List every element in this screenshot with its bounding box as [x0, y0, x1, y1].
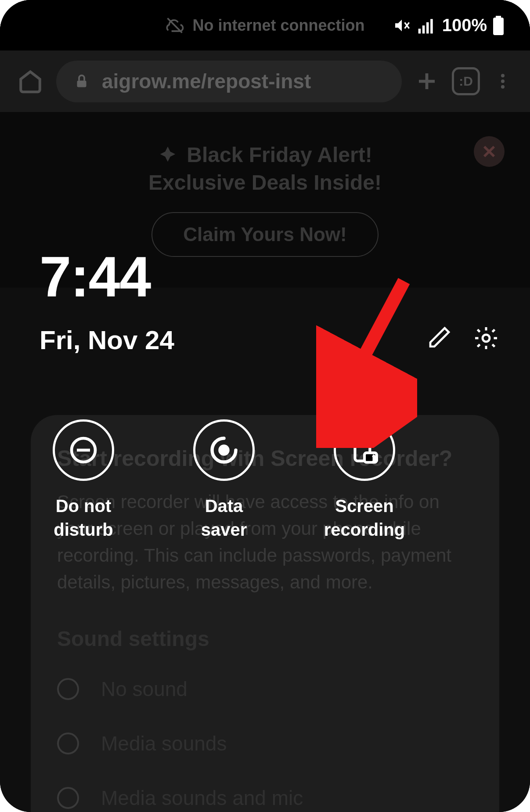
qs-tiles-row: Do not disturb Data saver — [40, 419, 408, 541]
lock-icon — [74, 73, 90, 89]
tab-count: :D — [459, 74, 473, 89]
svg-point-12 — [220, 446, 228, 454]
edit-icon[interactable] — [427, 325, 452, 350]
new-tab-icon[interactable] — [415, 69, 439, 93]
volume-mute-icon — [393, 17, 411, 34]
device-frame: No internet connection 100% — [0, 0, 530, 812]
tile-label: Do not disturb — [40, 494, 127, 541]
svg-point-8 — [501, 79, 505, 83]
gear-icon[interactable] — [473, 325, 499, 351]
radio-media-sounds[interactable]: Media sounds — [57, 732, 473, 755]
radio-icon — [57, 787, 79, 809]
radio-label: Media sounds — [101, 732, 227, 755]
radio-icon — [57, 733, 79, 754]
no-internet-indicator: No internet connection — [165, 16, 364, 35]
qs-date: Fri, Nov 24 — [40, 325, 174, 355]
screen-recording-icon — [348, 434, 381, 466]
status-right: 100% — [393, 0, 504, 51]
svg-rect-4 — [493, 18, 504, 35]
banner-close-button[interactable] — [474, 136, 505, 167]
svg-rect-0 — [418, 29, 421, 33]
banner-cta-button[interactable]: Claim Yours Now! — [151, 212, 378, 257]
browser-toolbar: aigrow.me/repost-inst :D — [0, 51, 530, 112]
tile-label: Screen recording — [321, 494, 408, 541]
qs-clock: 7:44 — [40, 244, 150, 310]
qs-action-row — [427, 325, 499, 351]
url-bar[interactable]: aigrow.me/repost-inst — [56, 61, 402, 102]
close-icon — [481, 143, 498, 160]
svg-point-7 — [501, 74, 505, 77]
svg-rect-5 — [496, 16, 501, 18]
svg-point-9 — [501, 85, 505, 89]
radio-icon — [57, 678, 79, 700]
tile-screen-recording[interactable]: Screen recording — [321, 419, 408, 541]
no-internet-text: No internet connection — [192, 16, 364, 35]
svg-rect-1 — [422, 25, 425, 33]
banner-line2: Exclusive Deals Inside! — [148, 170, 382, 195]
background-dimmed: No internet connection 100% — [0, 0, 530, 812]
svg-rect-2 — [426, 22, 429, 33]
signal-icon — [417, 16, 436, 35]
home-icon[interactable] — [18, 69, 43, 94]
svg-rect-6 — [77, 81, 87, 87]
tile-do-not-disturb[interactable]: Do not disturb — [40, 419, 127, 541]
tile-data-saver[interactable]: Data saver — [180, 419, 268, 541]
sound-settings-heading: Sound settings — [57, 627, 473, 651]
svg-point-10 — [483, 335, 490, 342]
battery-icon — [493, 16, 504, 35]
url-text: aigrow.me/repost-inst — [102, 69, 311, 93]
status-bar: No internet connection 100% — [0, 0, 530, 51]
cloud-off-icon — [165, 16, 184, 35]
radio-no-sound[interactable]: No sound — [57, 677, 473, 701]
svg-rect-3 — [430, 19, 433, 33]
tile-label: Data saver — [180, 494, 268, 541]
dnd-icon — [68, 434, 99, 466]
radio-label: No sound — [101, 677, 187, 701]
data-saver-icon — [208, 434, 240, 466]
battery-percent: 100% — [442, 15, 487, 35]
radio-media-and-mic[interactable]: Media sounds and mic — [57, 786, 473, 810]
radio-label: Media sounds and mic — [101, 786, 303, 810]
more-icon[interactable] — [493, 72, 512, 91]
banner-line1: Black Friday Alert! — [187, 143, 372, 167]
tabs-button[interactable]: :D — [452, 67, 480, 95]
rocket-icon — [158, 145, 178, 165]
